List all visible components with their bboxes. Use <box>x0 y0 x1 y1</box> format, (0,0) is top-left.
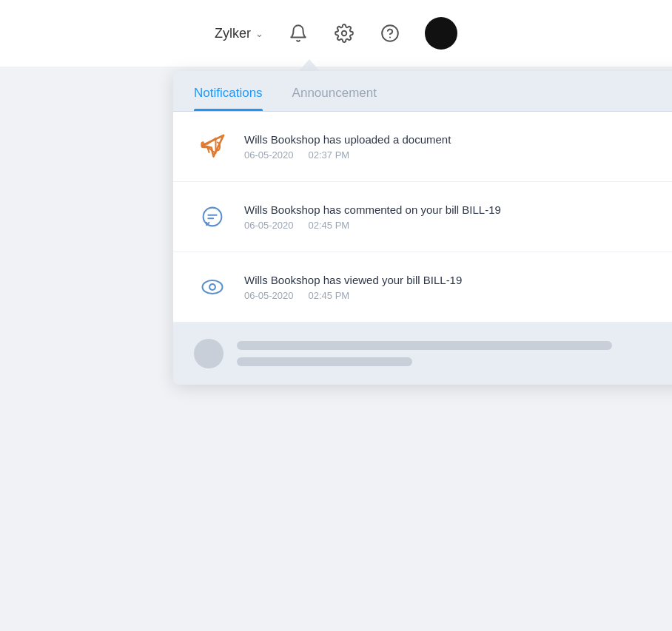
notification-content: Wills Bookshop has uploaded a document 0… <box>244 133 672 161</box>
topbar: Zylker ⌄ <box>0 0 672 67</box>
notification-time: 02:45 PM <box>309 220 350 231</box>
svg-point-0 <box>342 31 347 36</box>
loading-line-long <box>237 341 612 350</box>
svg-point-5 <box>209 284 215 290</box>
avatar[interactable] <box>425 17 457 50</box>
notification-meta: 06-05-2020 02:37 PM <box>244 149 672 161</box>
notification-title: Wills Bookshop has viewed your bill BILL… <box>244 274 672 286</box>
notification-content: Wills Bookshop has viewed your bill BILL… <box>244 274 672 301</box>
eye-icon <box>194 269 231 306</box>
notification-meta: 06-05-2020 02:45 PM <box>244 290 672 301</box>
loading-line-short <box>237 357 412 366</box>
notification-item[interactable]: Wills Bookshop has commented on your bil… <box>173 182 672 252</box>
notification-item[interactable]: Wills Bookshop has uploaded a document 0… <box>173 112 672 182</box>
notification-date: 06-05-2020 <box>244 290 294 301</box>
panel-header: Notifications Announcement × <box>173 71 672 111</box>
tab-notifications[interactable]: Notifications <box>194 86 263 111</box>
loading-avatar <box>194 339 224 368</box>
notification-title: Wills Bookshop has commented on your bil… <box>244 203 672 216</box>
notification-date: 06-05-2020 <box>244 149 294 161</box>
notification-time: 02:45 PM <box>309 290 350 301</box>
panel-arrow <box>299 59 320 71</box>
notification-list: Wills Bookshop has uploaded a document 0… <box>173 112 672 323</box>
megaphone-icon <box>194 128 231 165</box>
notification-title: Wills Bookshop has uploaded a document <box>244 133 672 146</box>
org-name-label: Zylker <box>215 26 251 41</box>
chevron-down-icon: ⌄ <box>255 28 263 39</box>
svg-point-1 <box>382 25 398 41</box>
loading-lines <box>237 341 672 366</box>
notification-item[interactable]: Wills Bookshop has viewed your bill BILL… <box>173 252 672 323</box>
notification-content: Wills Bookshop has commented on your bil… <box>244 203 672 231</box>
notification-meta: 06-05-2020 02:45 PM <box>244 220 672 231</box>
notification-date: 06-05-2020 <box>244 220 294 231</box>
help-icon[interactable] <box>379 22 401 44</box>
tab-announcement[interactable]: Announcement <box>292 86 377 111</box>
settings-icon[interactable] <box>333 22 355 44</box>
loading-item <box>173 323 672 385</box>
org-name[interactable]: Zylker ⌄ <box>215 26 263 41</box>
notification-panel: Notifications Announcement × <box>173 59 672 385</box>
notification-time: 02:37 PM <box>309 149 350 161</box>
panel-container: Notifications Announcement × <box>173 71 672 385</box>
comment-icon <box>194 198 231 235</box>
bell-icon[interactable] <box>287 22 309 44</box>
svg-point-4 <box>203 280 223 294</box>
